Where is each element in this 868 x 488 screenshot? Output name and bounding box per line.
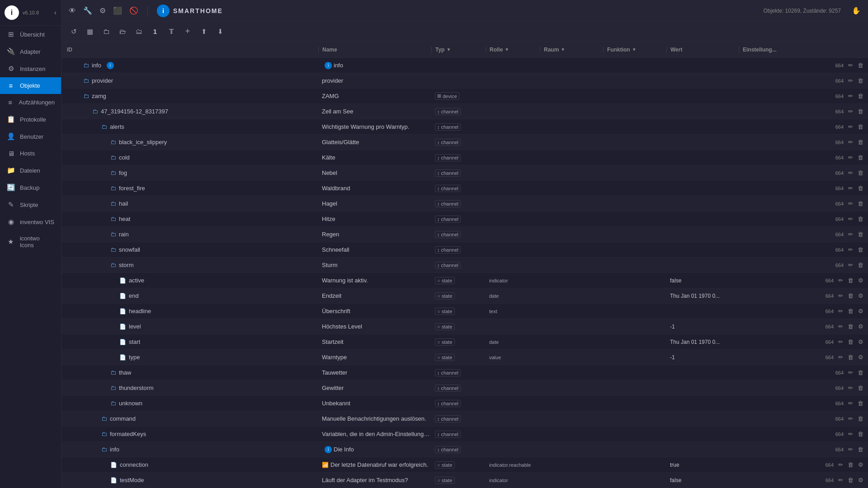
delete-btn[interactable]: 🗑 (857, 384, 864, 392)
table-row[interactable]: 📄 start Startzeit ○state date Thu Jan 01… (61, 334, 868, 350)
sidebar-item-benutzer[interactable]: 👤Benutzer (0, 128, 61, 145)
edit-btn[interactable]: ✏ (847, 107, 854, 116)
delete-btn[interactable]: 🗑 (857, 215, 864, 223)
sidebar-item-uebersicht[interactable]: ⊞Übersicht (0, 26, 61, 43)
delete-btn[interactable]: 🗑 (857, 107, 864, 116)
edit-btn[interactable]: ✏ (847, 430, 854, 438)
edit-btn[interactable]: ✏ (837, 338, 844, 346)
upload-btn[interactable]: ⬆ (197, 25, 211, 38)
sidebar-item-backup[interactable]: 🔄Backup (0, 179, 61, 196)
delete-btn[interactable]: 🗑 (847, 460, 854, 469)
edit-btn[interactable]: ✏ (837, 291, 844, 300)
table-row[interactable]: 🗀 thaw Tauwetter ↕channel 664 ✏ 🗑 (61, 365, 868, 380)
delete-btn[interactable]: 🗑 (857, 230, 864, 239)
edit-btn[interactable]: ✏ (847, 61, 854, 70)
edit-btn[interactable]: ✏ (837, 276, 844, 285)
settings-btn[interactable]: ⚙ (857, 276, 864, 285)
delete-btn[interactable]: 🗑 (857, 399, 864, 408)
edit-btn[interactable]: ✏ (847, 384, 854, 392)
delete-btn[interactable]: 🗑 (857, 261, 864, 269)
edit-btn[interactable]: ✏ (837, 460, 844, 469)
edit-btn[interactable]: ✏ (847, 169, 854, 177)
delete-btn[interactable]: 🗑 (847, 307, 854, 315)
table-row[interactable]: 📄 level Höchstes Level ○state -1 664 ✏ 🗑… (61, 319, 868, 334)
edit-btn[interactable]: ✏ (837, 353, 844, 361)
visibility-icon[interactable]: 👁 (69, 7, 76, 15)
table-row[interactable]: 🗀 black_ice_slippery Glatteis/Glätte ↕ch… (61, 135, 868, 150)
add-btn[interactable]: + (181, 25, 194, 38)
edit-btn[interactable]: ✏ (847, 153, 854, 162)
table-row[interactable]: 🗀 zamg ZAMG ⊞device 664 ✏ 🗑 (61, 89, 868, 104)
download-btn[interactable]: ⬇ (213, 25, 227, 38)
sidebar-item-objekte[interactable]: ≡Objekte (0, 77, 61, 94)
sidebar-item-skripte[interactable]: ✎Skripte (0, 196, 61, 213)
edit-btn[interactable]: ✏ (847, 199, 854, 208)
table-row[interactable]: 🗀 storm Sturm ↕channel 664 ✏ 🗑 (61, 258, 868, 273)
table-row[interactable]: 🗀 snowfall Schneefall ↕channel 664 ✏ 🗑 (61, 242, 868, 258)
delete-btn[interactable]: 🗑 (857, 61, 864, 70)
settings-btn[interactable]: ⚙ (857, 291, 864, 300)
delete-btn[interactable]: 🗑 (847, 353, 854, 361)
settings-btn[interactable]: ⚙ (857, 307, 864, 315)
delete-btn[interactable]: 🗑 (857, 414, 864, 423)
delete-btn[interactable]: 🗑 (857, 430, 864, 438)
table-row[interactable]: 📄 connection 📶 Der letzte Datenabruf war… (61, 457, 868, 473)
grid-view-btn[interactable]: ▦ (83, 25, 97, 38)
power-icon[interactable]: ⬛ (113, 6, 122, 15)
sidebar-item-instanzen[interactable]: ⚙Instanzen (0, 60, 61, 77)
delete-btn[interactable]: 🗑 (857, 245, 864, 254)
sidebar-item-icontwo[interactable]: ★icontwo Icons (0, 230, 61, 253)
edit-btn[interactable]: ✏ (837, 322, 844, 331)
edit-btn[interactable]: ✏ (847, 138, 854, 146)
delete-btn[interactable]: 🗑 (857, 138, 864, 146)
delete-btn[interactable]: 🗑 (857, 199, 864, 208)
table-row[interactable]: 🗀 heat Hitze ↕channel 664 ✏ 🗑 (61, 211, 868, 227)
text-btn[interactable]: 𝕋 (165, 25, 178, 38)
settings-btn[interactable]: ⚙ (857, 322, 864, 331)
table-row[interactable]: 📄 type Warntype ○state value -1 664 ✏ 🗑 … (61, 350, 868, 365)
table-row[interactable]: 🗀 info i Die Info ↕channel 664 ✏ 🗑 (61, 442, 868, 457)
edit-btn[interactable]: ✏ (837, 476, 844, 484)
delete-btn[interactable]: 🗑 (857, 445, 864, 454)
delete-btn[interactable]: 🗑 (857, 368, 864, 377)
sidebar-item-inventwo[interactable]: ◉inventwo VIS (0, 213, 61, 230)
edit-btn[interactable]: ✏ (847, 230, 854, 239)
settings-btn[interactable]: ⚙ (857, 476, 864, 484)
sidebar-item-hosts[interactable]: 🖥Hosts (0, 145, 61, 162)
delete-btn[interactable]: 🗑 (857, 169, 864, 177)
edit-btn[interactable]: ✏ (847, 445, 854, 454)
delete-btn[interactable]: 🗑 (847, 476, 854, 484)
sidebar-collapse-btn[interactable]: ‹ (54, 9, 57, 17)
sidebar-item-dateien[interactable]: 📁Dateien (0, 162, 61, 179)
table-row[interactable]: 📄 testMode Läuft der Adapter im Testmodu… (61, 473, 868, 488)
delete-btn[interactable]: 🗑 (857, 184, 864, 192)
block-icon[interactable]: 🚫 (129, 6, 138, 15)
sidebar-item-adapter[interactable]: 🔌Adapter (0, 43, 61, 60)
wrench-icon[interactable]: 🔧 (83, 6, 92, 15)
refresh-btn[interactable]: ↺ (67, 25, 80, 38)
delete-btn[interactable]: 🗑 (857, 122, 864, 131)
delete-btn[interactable]: 🗑 (857, 153, 864, 162)
topbar-extra-icon[interactable]: ✋ (852, 6, 861, 15)
table-row[interactable]: 🗀 unknown Unbekannt ↕channel 664 ✏ 🗑 (61, 396, 868, 411)
col-type-header[interactable]: Typ ▼ (431, 47, 486, 53)
edit-btn[interactable]: ✏ (847, 215, 854, 223)
edit-btn[interactable]: ✏ (847, 414, 854, 423)
table-row[interactable]: 📄 headline Überschrift ○state text 664 ✏… (61, 304, 868, 319)
table-row[interactable]: 🗀 fog Nebel ↕channel 664 ✏ 🗑 (61, 165, 868, 181)
delete-btn[interactable]: 🗑 (847, 322, 854, 331)
delete-btn[interactable]: 🗑 (857, 92, 864, 100)
number-btn[interactable]: 1 (148, 25, 162, 38)
edit-btn[interactable]: ✏ (847, 245, 854, 254)
edit-btn[interactable]: ✏ (847, 399, 854, 408)
table-row[interactable]: 🗀 hail Hagel ↕channel 664 ✏ 🗑 (61, 196, 868, 211)
table-row[interactable]: 🗀 forest_fire Waldbrand ↕channel 664 ✏ 🗑 (61, 181, 868, 196)
table-row[interactable]: 🗀 command Manuelle Benachrichtigungen au… (61, 411, 868, 427)
settings-btn[interactable]: ⚙ (857, 353, 864, 361)
delete-btn[interactable]: 🗑 (857, 76, 864, 85)
settings-btn[interactable]: ⚙ (857, 460, 864, 469)
settings-btn[interactable]: ⚙ (857, 338, 864, 346)
table-row[interactable]: 🗀 alerts Wichtigste Warnung pro Warntyp.… (61, 119, 868, 135)
col-room-header[interactable]: Raum ▼ (540, 47, 603, 53)
col-func-header[interactable]: Funktion ▼ (603, 47, 666, 53)
